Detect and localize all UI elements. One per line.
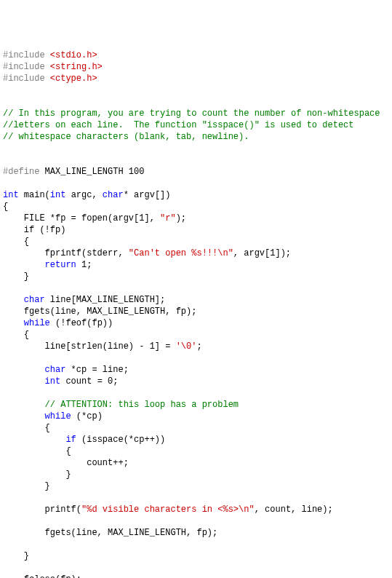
brace: {	[45, 423, 50, 433]
return-val: 1;	[76, 260, 92, 270]
brace: {	[65, 446, 71, 456]
argv-part: * argv[])	[124, 190, 171, 200]
keyword-int: int	[45, 376, 61, 387]
keyword-while: while	[24, 318, 50, 328]
brace: }	[65, 470, 71, 480]
brace: }	[24, 272, 29, 282]
keyword-int: int	[3, 190, 19, 200]
string-visible: "%d visible characters in <%s>\n"	[81, 504, 255, 515]
comment-line: // In this program, you are trying to co…	[3, 108, 380, 119]
keyword-char: char	[103, 190, 124, 200]
brace: }	[45, 481, 50, 491]
printf-args: , count, line);	[255, 504, 333, 515]
keyword-return: return	[45, 260, 76, 270]
comment-attention: // ATTENTION: this loop has a problem	[45, 400, 239, 410]
line-decl: line[MAX_LINE_LENGTH];	[45, 295, 166, 305]
while-cond: (!feof(fp))	[50, 318, 113, 328]
argc-part: argc,	[65, 190, 102, 200]
line-end: );	[176, 213, 186, 223]
fopen-line: FILE *fp = fopen(argv[1],	[3, 213, 160, 223]
string-err: "Can't open %s!!!\n"	[129, 248, 233, 258]
keyword-char: char	[24, 295, 45, 305]
string-nul: '\0'	[176, 341, 197, 352]
define-value: MAX_LINE_LENGTH 100	[39, 167, 144, 177]
include-header: <string.h>	[50, 62, 103, 72]
brace: {	[24, 237, 29, 247]
include-header: <stdio.h>	[50, 50, 97, 60]
keyword-if: if	[65, 435, 76, 445]
preproc-include: #include	[3, 50, 50, 60]
brace: {	[24, 330, 29, 340]
fprintf-line: fprintf(stderr,	[3, 248, 129, 258]
include-header: <ctype.h>	[50, 74, 97, 84]
keyword-int: int	[50, 190, 66, 200]
comment-line: // whitespace characters (blank, tab, ne…	[3, 132, 249, 142]
string-r: "r"	[160, 213, 176, 223]
count-inc: count++;	[3, 458, 129, 468]
if-fp: if (!fp)	[3, 225, 65, 235]
brace: {	[3, 202, 8, 212]
preproc-include: #include	[3, 74, 50, 84]
strlen-line: line[strlen(line) - 1] =	[3, 341, 176, 352]
cp-decl: *cp = line;	[65, 365, 128, 375]
main-sig: main(	[19, 190, 50, 200]
brace: }	[24, 551, 29, 561]
fprintf-args: , argv[1]);	[233, 248, 291, 258]
preproc-include: #include	[3, 62, 50, 72]
semicolon: ;	[196, 341, 201, 352]
keyword-while: while	[45, 411, 71, 421]
preproc-define: #define	[3, 167, 39, 177]
printf-line: printf(	[3, 504, 81, 515]
keyword-char: char	[45, 365, 66, 375]
while-cp: (*cp)	[71, 411, 103, 421]
code-block: #include <stdio.h> #include <string.h> #…	[3, 50, 389, 578]
fgets-call: fgets(line, MAX_LINE_LENGTH, fp);	[3, 528, 217, 538]
comment-line: //letters on each line. The function "is…	[3, 120, 353, 130]
if-isspace: (isspace(*cp++))	[76, 435, 165, 445]
fclose-call: fclose(fp);	[3, 574, 81, 578]
fgets-call: fgets(line, MAX_LINE_LENGTH, fp);	[3, 306, 196, 317]
count-decl: count = 0;	[60, 376, 118, 387]
